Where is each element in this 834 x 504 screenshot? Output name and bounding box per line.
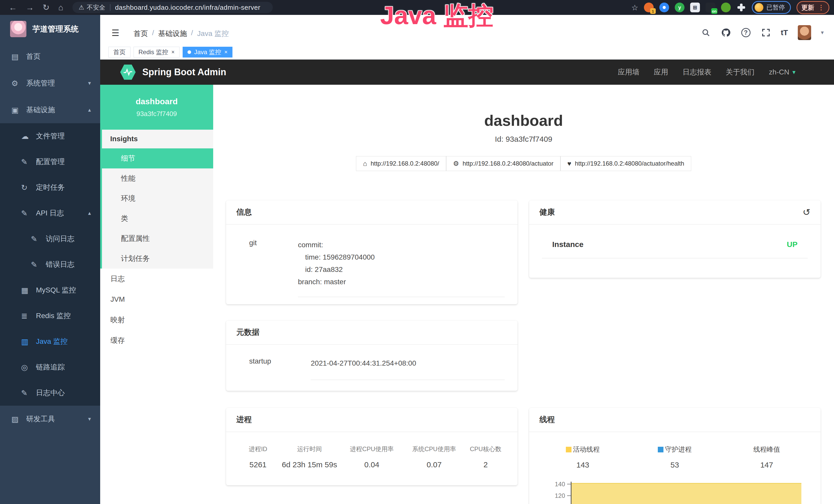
help-icon[interactable]: ?	[741, 27, 751, 38]
sba-navbar: Spring Boot Admin 应用墙 应用 日志报表 关于我们 zh-CN…	[100, 60, 834, 85]
threads-chart: 140 120 100	[529, 482, 821, 504]
app-logo-avatar	[10, 21, 27, 38]
sba-menu-scheduled-tasks[interactable]: 计划任务	[102, 249, 213, 269]
sba-menu-jvm[interactable]: JVM	[100, 289, 213, 310]
process-cores-value: 2	[464, 460, 507, 469]
browser-forward-icon[interactable]: →	[26, 3, 34, 12]
sba-nav-wallboard[interactable]: 应用墙	[618, 67, 640, 77]
service-url-button[interactable]: ⌂ http://192.168.0.2:48080/	[356, 156, 446, 171]
sidebar-item-errorlog[interactable]: ✎ 错误日志	[0, 252, 100, 277]
search-icon[interactable]	[701, 27, 711, 38]
extension-sprout-icon[interactable]	[721, 3, 731, 12]
browser-menu-icon[interactable]: ⋮	[818, 4, 825, 12]
sidebar-item-infra[interactable]: ▣ 基础设施 ▴	[0, 96, 100, 123]
extensions-puzzle-icon[interactable]	[737, 3, 746, 12]
log-edit-icon: ✎	[21, 388, 32, 397]
app-logo-row[interactable]: 芋道管理系统	[0, 15, 100, 43]
chevron-down-icon: ▾	[88, 80, 91, 87]
sidebar-item-accesslog[interactable]: ✎ 访问日志	[0, 226, 100, 252]
bookmark-star-icon[interactable]: ☆	[631, 3, 638, 12]
tab-java-monitor[interactable]: Java 监控 ×	[183, 47, 233, 58]
process-card: 进程 进程ID 运行时间 进程CPU使用率 系统CPU使用率 CPU核心数 52…	[226, 408, 518, 485]
chrome-update-button[interactable]: 更新 ⋮	[796, 1, 829, 14]
sba-menu-metrics[interactable]: 性能	[102, 168, 213, 188]
sidebar-item-system[interactable]: ⚙ 系统管理 ▾	[0, 70, 100, 96]
browser-home-icon[interactable]: ⌂	[58, 3, 63, 12]
github-icon[interactable]	[721, 27, 731, 38]
sba-menu-caches[interactable]: 缓存	[100, 330, 213, 351]
sba-instance-block[interactable]: dashboard 93a3fc7f7409	[100, 85, 213, 130]
tab-redis-monitor[interactable]: Redis 监控 ×	[134, 47, 179, 58]
page-url[interactable]: dashboard.yudao.iocoder.cn/infra/admin-s…	[115, 4, 260, 12]
sidebar-item-java[interactable]: ▥ Java 监控	[0, 329, 100, 354]
chevron-up-icon: ▴	[88, 210, 91, 216]
health-url-button[interactable]: ♥ http://192.168.0.2:48080/actuator/heal…	[561, 156, 691, 171]
sba-menu-config-props[interactable]: 配置属性	[102, 229, 213, 249]
sidebar-item-logcenter[interactable]: ✎ 日志中心	[0, 380, 100, 406]
extension-orange-icon[interactable]: 1	[644, 3, 654, 12]
info-key: git	[239, 239, 298, 297]
java-monitor-icon: ▥	[21, 337, 32, 346]
process-table-headers: 进程ID 运行时间 进程CPU使用率 系统CPU使用率 CPU核心数	[236, 445, 507, 453]
log-edit-icon: ✎	[31, 260, 42, 269]
sidebar-item-trace[interactable]: ◎ 链路追踪	[0, 354, 100, 380]
sidebar-item-redis[interactable]: ≣ Redis 监控	[0, 303, 100, 329]
breadcrumb-home[interactable]: 首页	[134, 29, 148, 39]
sba-menu-classes[interactable]: 类	[102, 208, 213, 229]
actuator-url-button[interactable]: ⚙ http://192.168.0.2:48080/actuator	[446, 156, 561, 171]
history-icon[interactable]: ↺	[803, 207, 810, 218]
extension-y-icon[interactable]: y	[675, 3, 684, 12]
info-card: 信息 git commit: time: 1596289704000 id: 2…	[226, 200, 518, 304]
fullscreen-icon[interactable]	[761, 27, 771, 38]
sidebar-item-config[interactable]: ✎ 配置管理	[0, 149, 100, 175]
legend-peak-threads[interactable]: 线程峰值 147	[721, 445, 813, 469]
browser-reload-icon[interactable]: ↻	[43, 3, 49, 12]
breadcrumb-infra[interactable]: 基础设施	[158, 29, 187, 39]
sidebar-item-home[interactable]: ▤ 首页	[0, 43, 100, 70]
browser-back-icon[interactable]: ←	[9, 3, 17, 12]
extension-switch-icon[interactable]: on	[706, 3, 715, 12]
address-bar[interactable]: ⚠ 不安全 dashboard.yudao.iocoder.cn/infra/a…	[72, 2, 273, 13]
breadcrumb-current: Java 监控	[197, 29, 229, 39]
sidebar-label: 基础设施	[26, 105, 55, 115]
profile-emoji-icon	[755, 3, 763, 12]
profile-paused-pill[interactable]: 已暂停	[752, 1, 791, 14]
sba-nav-about[interactable]: 关于我们	[726, 67, 755, 77]
avatar-caret-icon[interactable]: ▾	[821, 29, 824, 36]
extension-on-badge: on	[711, 8, 717, 14]
update-label: 更新	[802, 3, 814, 12]
sidebar-item-apilog[interactable]: ✎ API 日志 ▴	[0, 200, 100, 226]
sba-menu-details[interactable]: 细节	[102, 148, 213, 168]
process-card-header: 进程	[226, 408, 518, 432]
tab-home[interactable]: 首页	[108, 47, 130, 58]
metadata-key: startup	[239, 357, 311, 380]
sba-nav-applications[interactable]: 应用	[654, 67, 668, 77]
breadcrumb-separator: /	[191, 29, 193, 39]
sba-nav-journal[interactable]: 日志报表	[683, 67, 711, 77]
legend-daemon-threads[interactable]: 守护进程 53	[629, 445, 721, 469]
sidebar-item-job[interactable]: ↻ 定时任务	[0, 175, 100, 200]
sba-menu-mappings[interactable]: 映射	[100, 310, 213, 330]
sba-menu-environment[interactable]: 环境	[102, 188, 213, 208]
security-label[interactable]: 不安全	[87, 3, 105, 12]
sidebar-toggle-icon[interactable]: ☰	[111, 28, 119, 38]
chevron-down-icon: ▾	[792, 69, 795, 76]
sidebar-item-file[interactable]: ☁ 文件管理	[0, 123, 100, 149]
topbar-actions: ? tT ▾	[701, 25, 824, 40]
extension-grid-icon[interactable]: ⊞	[690, 3, 700, 12]
close-icon[interactable]: ×	[224, 49, 227, 55]
extension-pin-icon[interactable]	[659, 3, 669, 12]
sidebar-item-devtool[interactable]: ▨ 研发工具 ▾	[0, 406, 100, 432]
legend-value: 143	[537, 461, 629, 469]
sba-menu-logs[interactable]: 日志	[100, 269, 213, 289]
eye-icon: ◎	[21, 363, 32, 372]
close-icon[interactable]: ×	[171, 49, 175, 55]
sba-brand-title[interactable]: Spring Boot Admin	[142, 67, 226, 77]
sba-language-select[interactable]: zh-CN ▾	[769, 68, 795, 76]
sidebar-item-mysql[interactable]: ▦ MySQL 监控	[0, 277, 100, 303]
font-size-icon[interactable]: tT	[781, 28, 788, 37]
process-proc-cpu-value: 0.04	[339, 460, 404, 469]
legend-live-threads[interactable]: 活动线程 143	[537, 445, 629, 469]
spring-boot-admin-logo-icon[interactable]	[120, 64, 136, 81]
user-avatar[interactable]	[798, 25, 811, 40]
